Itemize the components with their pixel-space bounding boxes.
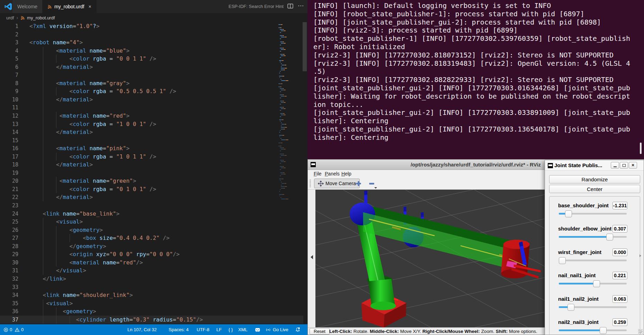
line-number: 19 [0, 169, 18, 178]
notifications-bell-icon[interactable] [295, 324, 301, 335]
menu-panels[interactable]: Panels [325, 170, 340, 178]
code-line: 10 </material> [0, 96, 303, 104]
minimap-mark [281, 123, 282, 123]
minimap-mark [281, 24, 282, 25]
go-live-icon[interactable] [265, 324, 271, 335]
minimap-mark [280, 107, 283, 108]
joint-row-nail_nail1_joint: nail_nail1_joint0.221 [549, 271, 641, 292]
joint-slider-handle[interactable] [567, 304, 574, 311]
minimap-mark [279, 119, 282, 120]
joint-value-field[interactable]: -1.231 [612, 202, 627, 209]
add-tool-icon[interactable] [356, 181, 361, 188]
minimap-mark [279, 73, 280, 73]
line-number: 34 [0, 291, 18, 300]
menu-help[interactable]: Help [341, 170, 351, 178]
joint-row-nail2_nail3_joint: nail2_nail3_joint0.259 [549, 318, 641, 335]
warnings-icon[interactable] [15, 324, 20, 335]
split-editor-icon[interactable] [287, 3, 294, 10]
go-live-label[interactable]: Go Live [273, 324, 288, 335]
minimap-mark [280, 157, 281, 157]
terminal-window[interactable]: [INFO] [launch]: Default logging verbosi… [307, 0, 644, 160]
code-line: 37 <cylinder length="0.3" radius="0.15"/… [0, 316, 303, 324]
line-number: 14 [0, 128, 18, 137]
line-number: 9 [0, 88, 18, 96]
minimap-mark [281, 115, 284, 115]
terminal-scrollbar-thumb[interactable] [640, 143, 642, 154]
joint-slider-handle[interactable] [559, 257, 566, 264]
line-number: 30 [0, 259, 18, 267]
move-camera-tool-button[interactable]: Move Camera [314, 179, 360, 188]
minimap-mark [281, 83, 282, 84]
reset-button[interactable]: Reset [310, 328, 330, 335]
minimap-mark [280, 172, 283, 173]
indent-guide [56, 307, 56, 316]
language-brackets[interactable]: { } [229, 324, 233, 335]
panel-collapse-arrow-icon[interactable] [311, 255, 313, 259]
more-actions-icon[interactable]: ⋯ [298, 2, 304, 9]
code-line: 18 </material> [0, 161, 303, 169]
minimap-mark [282, 135, 284, 136]
code-line: 28 </geometry> [0, 242, 303, 251]
indent-guide [56, 112, 56, 120]
joint-slider-handle[interactable] [600, 327, 607, 334]
code-line: 24 <link name="base_link"> [0, 210, 303, 218]
remove-tool-icon[interactable] [369, 181, 375, 188]
joint-name-label: base_shoulder_joint [558, 202, 609, 208]
extension-face-icon[interactable] [255, 324, 260, 335]
minimap-mark [283, 154, 284, 154]
indent-guide [43, 316, 43, 324]
indent-guide [43, 63, 43, 71]
warnings-count[interactable]: 0 [21, 324, 24, 335]
scroll-arrow-icon[interactable] [639, 254, 641, 257]
tab-close-icon[interactable]: × [88, 4, 91, 9]
breadcrumb-folder[interactable]: urdf [6, 15, 14, 20]
minimap[interactable] [278, 22, 288, 216]
line-number: 23 [0, 202, 18, 210]
center-button[interactable]: Center [549, 185, 640, 193]
joint-value-field[interactable]: 0.259 [612, 318, 627, 326]
joint-slider-track[interactable] [559, 260, 627, 261]
errors-count[interactable]: 0 [10, 324, 12, 335]
vscode-status-bar: 0 0 Ln 107, Col 32 Spaces: 4 UTF-8 LF { … [0, 324, 307, 335]
resize-grip[interactable] [638, 329, 643, 334]
tab-welcome[interactable]: Welcome [12, 0, 43, 13]
joint-slider-handle[interactable] [593, 280, 600, 287]
line-number: 20 [0, 177, 18, 185]
joint-value-field[interactable]: 0.221 [612, 272, 627, 279]
errors-icon[interactable] [3, 324, 8, 335]
eol-sequence[interactable]: LF [216, 324, 222, 335]
tool-dropdown-caret-icon[interactable] [374, 187, 377, 189]
indent-guide [56, 55, 56, 63]
toolbar-drag-handle[interactable] [310, 180, 311, 188]
breadcrumb-file[interactable]: my_robot.urdf [27, 15, 55, 20]
code-line: 23 [0, 201, 303, 210]
breadcrumb[interactable]: urdf › my_robot.urdf [0, 13, 307, 22]
randomize-button[interactable]: Randomize [549, 175, 640, 183]
joint-value-field[interactable]: 0.063 [612, 295, 627, 303]
minimap-mark [281, 139, 286, 140]
code-editor[interactable]: 1<?xml version="1.0"?>23<robot name="4">… [0, 22, 307, 324]
indent-guide [56, 226, 56, 234]
joint-value-field[interactable]: 0.307 [612, 225, 627, 233]
tab-my-robot-urdf[interactable]: my_robot.urdf× [43, 0, 97, 13]
menu-file[interactable]: File [314, 170, 322, 178]
indent-guide [43, 136, 43, 145]
joint-value-field[interactable]: 0.000 [612, 248, 627, 256]
indent-guide [43, 103, 43, 112]
minimap-mark [279, 179, 282, 179]
joint-slider-handle[interactable] [565, 210, 572, 217]
jsp-window-icon [548, 163, 553, 168]
cursor-position[interactable]: Ln 107, Col 32 [127, 324, 157, 335]
indentation[interactable]: Spaces: 4 [169, 324, 189, 335]
close-button[interactable]: ✕ [629, 162, 637, 169]
language-mode[interactable]: XML [238, 324, 248, 335]
encoding[interactable]: UTF-8 [197, 324, 209, 335]
jsp-title-bar[interactable]: Joint State Publis... ✕ [545, 160, 644, 171]
line-number: 35 [0, 300, 18, 308]
indent-guide [43, 153, 43, 161]
minimize-button[interactable] [611, 162, 619, 169]
maximize-button[interactable] [620, 162, 628, 169]
joint-slider-handle[interactable] [606, 234, 613, 241]
indent-guide [56, 250, 56, 259]
editor-scrollbar[interactable] [303, 22, 307, 71]
